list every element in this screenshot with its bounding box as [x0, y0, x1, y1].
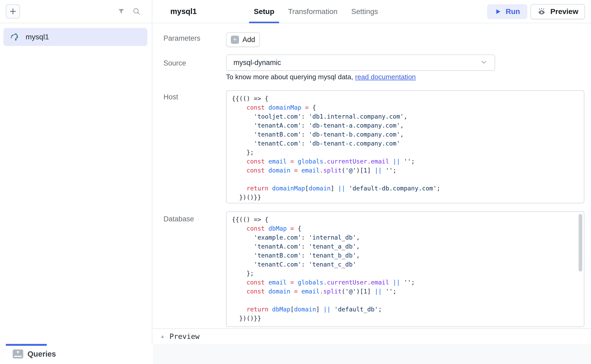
database-label: Database — [163, 215, 194, 223]
tab-transformation[interactable]: Transformation — [288, 0, 337, 23]
plus-icon: + — [231, 36, 239, 44]
code-line: }; — [232, 269, 579, 278]
bottom-bar-right — [153, 344, 591, 364]
search-icon — [132, 7, 141, 16]
code-line: const domain = email.split('@')[1] || ''… — [232, 166, 579, 175]
code-line: const domainMap = { — [232, 103, 579, 112]
code-line: 'tenantB.com': 'tenant_b_db', — [232, 251, 579, 260]
preview-section-label: Preview — [170, 332, 200, 340]
add-parameter-label: Add — [242, 36, 255, 44]
code-line: {{(() => { — [232, 215, 579, 224]
scrollbar-thumb[interactable] — [579, 214, 582, 272]
query-title: mysql1 — [170, 7, 197, 16]
eye-icon — [537, 7, 546, 16]
source-select[interactable]: mysql-dynamic — [226, 54, 495, 71]
collapse-triangle-icon: ▲ — [160, 334, 165, 339]
code-line: }; — [232, 148, 579, 157]
preview-label: Preview — [550, 7, 578, 16]
parameters-label: Parameters — [163, 34, 200, 43]
code-line: 'tooljet.com': 'db1.internal.company.com… — [232, 112, 579, 121]
code-line — [232, 296, 579, 305]
sidebar-item-mysql1[interactable]: mysql1 — [3, 28, 147, 46]
source-help-text: To know more about querying mysql data, … — [226, 73, 416, 81]
run-label: Run — [506, 7, 520, 16]
play-icon — [495, 8, 501, 15]
code-line: const email = globals.currentUser.email … — [232, 157, 579, 166]
database-code-editor[interactable]: {{(() => { const dbMap = { 'example.com'… — [226, 211, 584, 327]
add-parameter-button[interactable]: + Add — [226, 32, 260, 47]
mysql-dolphin-icon — [9, 31, 20, 43]
code-line: 'tenantB.com': 'db-tenant-b.company.com'… — [232, 130, 579, 139]
query-tabs: Setup Transformation Settings — [254, 0, 378, 23]
code-line: 'example.com': 'internal_db', — [232, 233, 579, 242]
code-line: 'tenantC.com': 'tenant_c_db' — [232, 260, 579, 269]
code-line: return domainMap[domain] || 'default-db.… — [232, 184, 579, 193]
header-actions: Run Preview — [487, 0, 585, 23]
chevron-down-icon — [480, 58, 488, 67]
code-line: 'tenantA.com': 'db-tenant-a.company.com'… — [232, 121, 579, 130]
queries-tray-icon: ▼ — [13, 349, 23, 358]
host-label: Host — [163, 93, 178, 101]
code-line: })()}} — [232, 314, 579, 323]
queries-tab-label: Queries — [27, 350, 56, 358]
query-editor-app: mysql1 mysql1 Setup Transformation Setti… — [0, 0, 591, 364]
source-selected-value: mysql-dynamic — [233, 59, 281, 67]
code-line: const email = globals.currentUser.email … — [232, 278, 579, 287]
read-documentation-link[interactable]: read documentation — [355, 73, 416, 81]
queries-tab[interactable]: ▼ Queries — [0, 344, 152, 364]
search-queries-button[interactable] — [131, 6, 142, 17]
tab-setup[interactable]: Setup — [254, 0, 274, 23]
code-line: 'tenantA.com': 'tenant_a_db', — [232, 242, 579, 251]
code-line — [232, 175, 579, 184]
code-line: })()}} — [232, 193, 579, 202]
preview-button[interactable]: Preview — [531, 4, 585, 19]
code-line: 'tenantC.com': 'db-tenant-c.company.com' — [232, 139, 579, 148]
query-editor-panel: mysql1 Setup Transformation Settings Run — [153, 0, 591, 344]
queries-sidebar: mysql1 — [0, 0, 152, 344]
filter-icon — [117, 7, 125, 15]
query-header: mysql1 Setup Transformation Settings Run — [153, 0, 591, 23]
source-label: Source — [163, 59, 186, 67]
filter-queries-button[interactable] — [116, 6, 126, 17]
query-name-label: mysql1 — [26, 33, 49, 41]
queries-tab-active-indicator — [6, 344, 47, 346]
sidebar-toolbar — [0, 0, 152, 23]
run-button[interactable]: Run — [487, 4, 527, 19]
bottom-bar: ▼ Queries — [0, 344, 591, 364]
help-prefix: To know more about querying mysql data, — [226, 73, 355, 81]
add-query-button[interactable] — [6, 4, 20, 18]
code-line: {{(() => { — [232, 94, 579, 103]
code-line: return dbMap[domain] || 'default_db'; — [232, 305, 579, 314]
code-line: const domain = email.split('@')[1] || ''… — [232, 287, 579, 296]
host-code-editor[interactable]: {{(() => { const domainMap = { 'tooljet.… — [226, 90, 584, 203]
plus-icon — [9, 7, 17, 15]
tab-settings[interactable]: Settings — [351, 0, 378, 23]
preview-section-toggle[interactable]: ▲ Preview — [153, 328, 591, 344]
code-line: const dbMap = { — [232, 224, 579, 233]
